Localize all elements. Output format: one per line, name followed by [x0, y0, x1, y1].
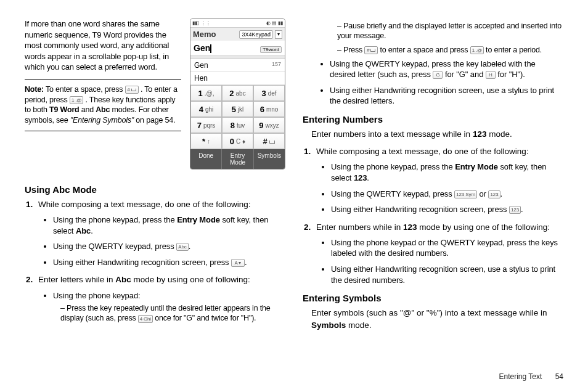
list-item: Pause briefly and the displayed letter i…	[337, 21, 563, 41]
phone-keypad: 1.@,2abc3def4ghi5jkl6mno7pqrs8tuv9wxyz*↑…	[190, 85, 285, 149]
softkey-done: Done	[190, 149, 222, 169]
keypad-mode-selector: 3X4Keypad	[239, 30, 273, 39]
softkey-entry-mode: Entry Mode	[222, 149, 253, 169]
numbers-intro: Enter numbers into a text message while …	[311, 128, 563, 141]
note-text: To enter a space, press	[46, 85, 125, 94]
list-item: Using either Handwriting recognition scr…	[330, 85, 563, 107]
list-item: 1.While composing a text message, do one…	[320, 145, 563, 214]
list-item: 2.Enter letters while in Abc mode by usi…	[42, 274, 285, 323]
phone-title-bar: Memo 3X4Keypad ▾	[190, 28, 285, 41]
phone-status-bar: ▮◧ ⋮⋮◐ ▤ ▮▮	[190, 19, 285, 28]
box-123-key-icon: 123	[509, 206, 521, 214]
list-item: Using either Handwriting recognition scr…	[331, 264, 563, 285]
keypad-key: 8tuv	[222, 117, 253, 133]
heading-entering-numbers: Entering Numbers	[303, 114, 563, 125]
typed-text: Gen	[194, 43, 210, 53]
list-item: Using the QWERTY keypad, press 123 Sym o…	[331, 189, 563, 200]
page-footer: Entering Text 54	[499, 372, 563, 381]
suggestion-row: Hen	[190, 72, 285, 85]
suggestion-row: Gen 157	[190, 59, 285, 72]
list-item: Using either Handwriting recognition scr…	[331, 204, 563, 215]
keypad-key: 4ghi	[190, 101, 222, 117]
sym-123-key-icon: 123 Sym	[454, 190, 477, 198]
heading-entering-symbols: Entering Symbols	[303, 293, 563, 303]
note-box: Note: To enter a space, press # ⌴ . To e…	[25, 79, 181, 132]
list-item: Using the phone keypad, press the Entry …	[53, 214, 285, 236]
list-item: Using the phone keypad or the QWERTY key…	[331, 237, 563, 259]
list-item: Press the key repeatedly until the desir…	[60, 303, 285, 324]
hash-space-key-icon: # ⌴	[125, 86, 139, 94]
dropdown-icon: ▾	[275, 30, 282, 39]
one-at-key-icon: 1 .@	[70, 96, 83, 104]
g-key-icon: G	[433, 71, 443, 79]
phone-input-row: Gen T9word	[190, 41, 285, 55]
phone-softkeys: Done Entry Mode Symbols	[190, 149, 285, 169]
hash-space-key-icon: # ⌴	[364, 46, 378, 54]
list-item: Using the QWERTY keypad, press Abc.	[53, 241, 285, 252]
keypad-key: *↑	[190, 133, 222, 149]
intro-paragraph: If more than one word shares the same nu…	[25, 18, 181, 73]
num-123-key-icon: 123	[488, 190, 500, 198]
keypad-key: 5jkl	[222, 101, 253, 117]
keypad-key: 6mno	[253, 101, 285, 117]
symbols-intro: Enter symbols (such as "@" or "%") into …	[311, 307, 563, 332]
softkey-symbols: Symbols	[254, 149, 285, 169]
heading-using-abc-mode: Using Abc Mode	[25, 184, 285, 195]
keypad-key: 2abc	[222, 85, 253, 101]
phone-app-title: Memo	[193, 30, 237, 39]
list-item: Using the phone keypad: Press the key re…	[53, 290, 285, 324]
keypad-key: 7pqrs	[190, 117, 222, 133]
a-key-icon: A ▾	[231, 259, 245, 267]
four-ghi-key-icon: 4 Ghi	[138, 315, 153, 323]
h-key-icon: H	[486, 71, 496, 79]
footer-page-number: 54	[555, 372, 563, 381]
t9-badge: T9word	[260, 46, 282, 53]
phone-screenshot: ▮◧ ⋮⋮◐ ▤ ▮▮ Memo 3X4Keypad ▾ Gen T9word …	[190, 18, 285, 169]
note-label: Note:	[25, 85, 44, 94]
list-item: 1.While composing a text message, do one…	[42, 198, 285, 267]
one-at-key-icon: 1 .@	[470, 46, 484, 54]
list-item: Using the QWERTY keypad, press the key l…	[330, 59, 563, 80]
keypad-key: 3def	[253, 85, 285, 101]
keypad-key: #⌴	[253, 133, 285, 149]
footer-section: Entering Text	[499, 372, 542, 381]
list-item: Press # ⌴ to enter a space and press 1 .…	[337, 45, 563, 55]
list-item: 2.Enter numbers while in 123 mode by usi…	[320, 221, 563, 285]
keypad-key: 0C ♦	[222, 133, 253, 149]
list-item: Using the phone keypad, press the Entry …	[331, 161, 563, 183]
abc-key-icon: Abc	[176, 243, 189, 251]
list-item: Using either Handwriting recognition scr…	[53, 257, 285, 268]
keypad-key: 1.@,	[190, 85, 222, 101]
keypad-key: 9wxyz	[253, 117, 285, 133]
